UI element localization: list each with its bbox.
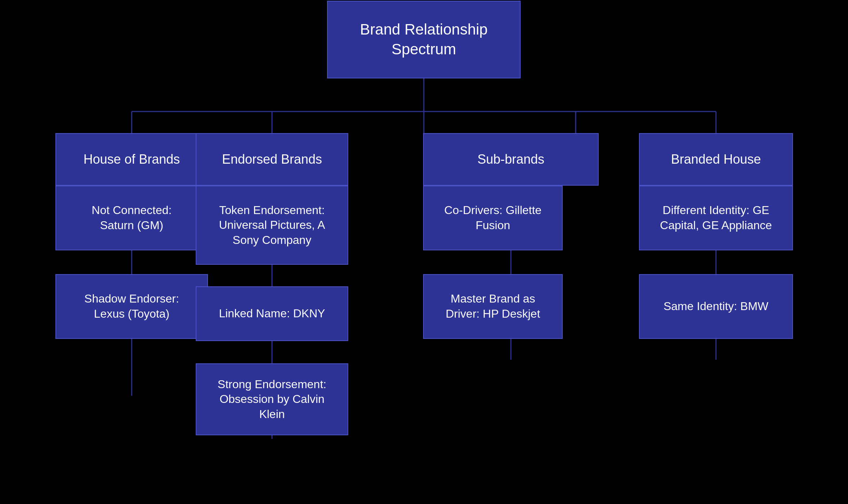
co-drivers-box: Co-Drivers: Gillette Fusion	[423, 186, 563, 250]
not-connected-box: Not Connected: Saturn (GM)	[55, 186, 208, 250]
strong-endorsement-box: Strong Endorsement: Obsession by Calvin …	[196, 363, 348, 435]
house-of-brands-box: House of Brands	[55, 133, 208, 186]
different-identity-box: Different Identity: GE Capital, GE Appli…	[639, 186, 793, 250]
master-brand-box: Master Brand as Driver: HP Deskjet	[423, 274, 563, 339]
linked-name-box: Linked Name: DKNY	[196, 286, 348, 341]
diagram: Brand Relationship Spectrum House of Bra…	[0, 0, 848, 504]
same-identity-box: Same Identity: BMW	[639, 274, 793, 339]
root-box: Brand Relationship Spectrum	[327, 1, 521, 78]
sub-brands-box: Sub-brands	[423, 133, 599, 186]
shadow-endorser-box: Shadow Endorser: Lexus (Toyota)	[55, 274, 208, 339]
endorsed-brands-box: Endorsed Brands	[196, 133, 348, 186]
token-endorsement-box: Token Endorsement: Universal Pictures, A…	[196, 186, 348, 265]
branded-house-box: Branded House	[639, 133, 793, 186]
